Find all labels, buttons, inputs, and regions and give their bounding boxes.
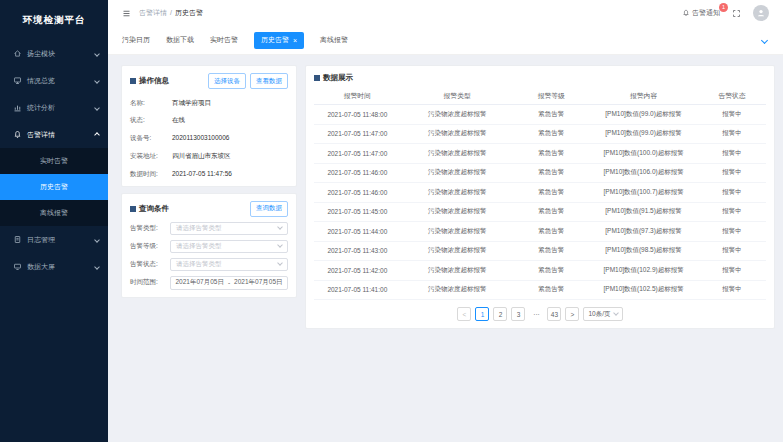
tabbar-collapse-icon[interactable] <box>760 36 769 45</box>
table-cell: [PM10]数值(99.0)超标报警 <box>589 110 698 119</box>
right-column: 数据展示 报警时间 报警类型 报警等级 报警内容 告警状态 2021-07-05… <box>305 65 775 329</box>
tab-realtime-alarm[interactable]: 实时告警 <box>210 35 238 45</box>
alarm-submenu: 实时告警 历史告警 离线报警 <box>0 148 108 226</box>
breadcrumb-separator: / <box>170 9 172 16</box>
table-row: 2021-07-05 11:43:00污染物浓度超标报警紧急告警[PM10]数值… <box>314 242 766 262</box>
sidebar-item-realtime-alarm[interactable]: 实时告警 <box>0 148 108 174</box>
column-header: 报警类型 <box>401 91 514 101</box>
table-cell: [PM10]数值(91.5)超标报警 <box>589 207 698 216</box>
select-placeholder: 请选择告警类型 <box>176 242 222 251</box>
sidebar-item-label: 数据大屏 <box>27 262 55 272</box>
sidebar-item-history-alarm[interactable]: 历史告警 <box>0 174 108 200</box>
query-label: 时间范围: <box>130 278 170 287</box>
fullscreen-icon[interactable] <box>732 9 741 18</box>
sidebar-item-overview[interactable]: 情况总览 <box>0 67 108 94</box>
sidebar-item-label: 日志管理 <box>27 235 55 245</box>
info-field-row: 数据时间: 2021-07-05 11:47:56 <box>130 170 288 178</box>
sidebar-item-label: 扬尘模块 <box>27 49 55 59</box>
table-row: 2021-07-05 11:47:00污染物浓度超标报警紧急告警[PM10]数值… <box>314 125 766 145</box>
column-header: 报警等级 <box>514 91 589 101</box>
table-cell: 紧急告警 <box>514 188 589 197</box>
page-button[interactable]: 1 <box>475 307 489 321</box>
breadcrumb-parent[interactable]: 告警详情 <box>139 9 167 16</box>
page-button[interactable]: 43 <box>547 307 561 321</box>
table-cell: 污染物浓度超标报警 <box>401 110 514 119</box>
sidebar-item-offline-alarm[interactable]: 离线报警 <box>0 200 108 226</box>
section-title: 操作信息 <box>130 76 169 86</box>
page-size-select[interactable]: 10条/页 <box>583 307 622 321</box>
chevron-down-icon <box>95 263 99 270</box>
date-separator: - <box>228 279 230 286</box>
table-cell: 污染物浓度超标报警 <box>401 285 514 294</box>
sidebar-item-label: 统计分析 <box>27 103 55 113</box>
table-cell: 污染物浓度超标报警 <box>401 188 514 197</box>
query-panel-header: 查询条件 查询数据 <box>130 201 288 217</box>
page-button[interactable]: 2 <box>493 307 507 321</box>
tab-data-download[interactable]: 数据下载 <box>166 35 194 45</box>
select-placeholder: 请选择告警类型 <box>176 224 222 233</box>
breadcrumb-current: 历史告警 <box>175 9 203 16</box>
query-data-button[interactable]: 查询数据 <box>250 201 288 217</box>
sidebar-item-dust-module[interactable]: 扬尘模块 <box>0 40 108 67</box>
sidebar-item-alarm-details[interactable]: 告警详情 <box>0 121 108 148</box>
select-placeholder: 请选择告警类型 <box>176 260 222 269</box>
sidebar-item-log-management[interactable]: 日志管理 <box>0 226 108 253</box>
avatar[interactable] <box>753 5 769 21</box>
tab-label: 历史告警 <box>261 35 289 45</box>
query-label: 告警状态: <box>130 260 170 269</box>
table-cell: [PM10]数值(106.0)超标报警 <box>589 168 698 177</box>
tab-offline-alarm[interactable]: 离线报警 <box>320 35 348 45</box>
table-cell: 报警中 <box>698 285 766 294</box>
tab-pollution-calendar[interactable]: 污染日历 <box>122 35 150 45</box>
next-page-button[interactable]: > <box>565 307 579 321</box>
chevron-down-icon <box>95 236 99 243</box>
field-label: 安装地址: <box>130 152 172 160</box>
table-cell: 2021-07-05 11:45:00 <box>314 208 401 215</box>
table-cell: 污染物浓度超标报警 <box>401 227 514 236</box>
data-display-header: 数据展示 <box>314 73 766 83</box>
operation-info-panel: 操作信息 选择设备 查看数据 名称: 百城学府项目 状态: 在线 设备号: <box>121 65 297 187</box>
tab-history-alarm[interactable]: 历史告警 × <box>254 32 304 49</box>
table-cell: 污染物浓度超标报警 <box>401 246 514 255</box>
screen-icon <box>13 262 22 271</box>
table-cell: 紧急告警 <box>514 110 589 119</box>
table-cell: [PM10]数值(100.7)超标报警 <box>589 188 698 197</box>
sidebar-item-label: 告警详情 <box>27 130 55 140</box>
table-cell: [PM10]数值(99.0)超标报警 <box>589 129 698 138</box>
column-header: 报警内容 <box>589 91 698 101</box>
table-cell: 2021-07-05 11:41:00 <box>314 286 401 293</box>
query-buttons: 查询数据 <box>250 201 288 217</box>
select-device-button[interactable]: 选择设备 <box>208 73 246 89</box>
sidebar-item-statistics[interactable]: 统计分析 <box>0 94 108 121</box>
table-cell: 报警中 <box>698 266 766 275</box>
table-cell: [PM10]数值(98.5)超标报警 <box>589 246 698 255</box>
alarm-level-select[interactable]: 请选择告警类型 <box>170 240 288 253</box>
operation-buttons: 选择设备 查看数据 <box>208 73 288 89</box>
table-row: 2021-07-05 11:44:00污染物浓度超标报警紧急告警[PM10]数值… <box>314 222 766 242</box>
bell-icon <box>682 9 690 17</box>
view-data-button[interactable]: 查看数据 <box>250 73 288 89</box>
info-field-row: 安装地址: 四川省眉山市东坡区 <box>130 152 288 160</box>
notification-button[interactable]: 告警通知 1 <box>682 8 720 18</box>
sidebar-item-data-screen[interactable]: 数据大屏 <box>0 253 108 280</box>
query-panel: 查询条件 查询数据 告警类型: 请选择告警类型 告警等级: <box>121 193 297 298</box>
table-cell: 紧急告警 <box>514 266 589 275</box>
page-ellipsis[interactable]: ··· <box>529 307 543 321</box>
table-cell: 2021-07-05 11:47:00 <box>314 130 401 137</box>
collapse-menu-icon[interactable] <box>122 9 131 18</box>
prev-page-button[interactable]: < <box>457 307 471 321</box>
close-icon[interactable]: × <box>293 37 297 44</box>
alarm-status-select[interactable]: 请选择告警类型 <box>170 258 288 271</box>
alarm-type-select[interactable]: 请选择告警类型 <box>170 222 288 235</box>
table-cell: 紧急告警 <box>514 129 589 138</box>
table-cell: 污染物浓度超标报警 <box>401 149 514 158</box>
topbar-right: 告警通知 1 <box>682 5 769 21</box>
table-cell: 污染物浓度超标报警 <box>401 266 514 275</box>
table-row: 2021-07-05 11:41:00污染物浓度超标报警紧急告警[PM10]数值… <box>314 281 766 301</box>
date-range-input[interactable]: 2021年07月05日 - 2021年07月05日 <box>170 276 288 290</box>
table-row: 2021-07-05 11:42:00污染物浓度超标报警紧急告警[PM10]数值… <box>314 261 766 281</box>
column-header: 告警状态 <box>698 91 766 101</box>
column-header: 报警时间 <box>314 91 401 101</box>
page-button[interactable]: 3 <box>511 307 525 321</box>
section-marker <box>130 206 136 212</box>
